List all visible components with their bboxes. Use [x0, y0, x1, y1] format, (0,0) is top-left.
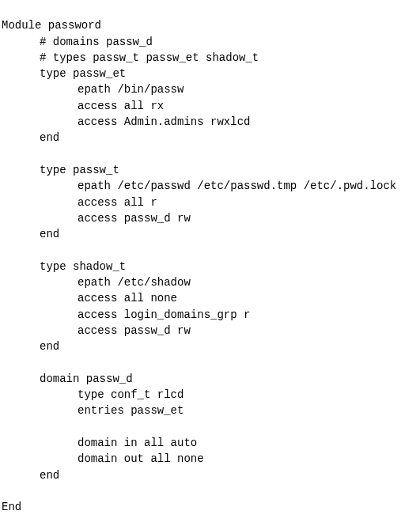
code-line: # domains passw_d — [2, 34, 420, 50]
code-line: epath /etc/shadow — [2, 274, 420, 290]
code-line: end — [2, 226, 420, 242]
code-line: type passw_et — [2, 66, 420, 81]
code-line — [2, 242, 420, 258]
code-line: epath /bin/passw — [2, 81, 420, 97]
code-line: end — [2, 339, 420, 354]
code-line: end — [2, 130, 420, 146]
code-line: domain in all auto — [2, 435, 420, 451]
code-line: domain passw_d — [2, 371, 420, 387]
code-line: epath /etc/passwd /etc/passwd.tmp /etc/.… — [2, 178, 420, 194]
code-line: access passw_d rw — [2, 323, 420, 339]
code-line: access all r — [2, 195, 420, 210]
code-line: entries passw_et — [2, 403, 420, 418]
code-line: Module password — [2, 17, 420, 33]
code-line: domain out all none — [2, 451, 420, 467]
code-line: type conf_t rlcd — [2, 387, 420, 403]
code-line — [2, 483, 420, 499]
code-line — [2, 419, 420, 435]
code-line: access Admin.admins rwxlcd — [2, 114, 420, 130]
code-line: access all rx — [2, 98, 420, 114]
code-line: End — [2, 499, 420, 515]
code-line — [2, 355, 420, 371]
code-line — [2, 146, 420, 162]
code-line: access passw_d rw — [2, 210, 420, 226]
code-line: access login_domains_grp r — [2, 307, 420, 323]
code-line: # types passw_t passw_et shadow_t — [2, 50, 420, 66]
code-listing: Module password# domains passw_d# types … — [0, 0, 420, 516]
code-line: type passw_t — [2, 162, 420, 178]
code-line: end — [2, 467, 420, 483]
code-line: type shadow_t — [2, 259, 420, 274]
code-line: access all none — [2, 290, 420, 306]
